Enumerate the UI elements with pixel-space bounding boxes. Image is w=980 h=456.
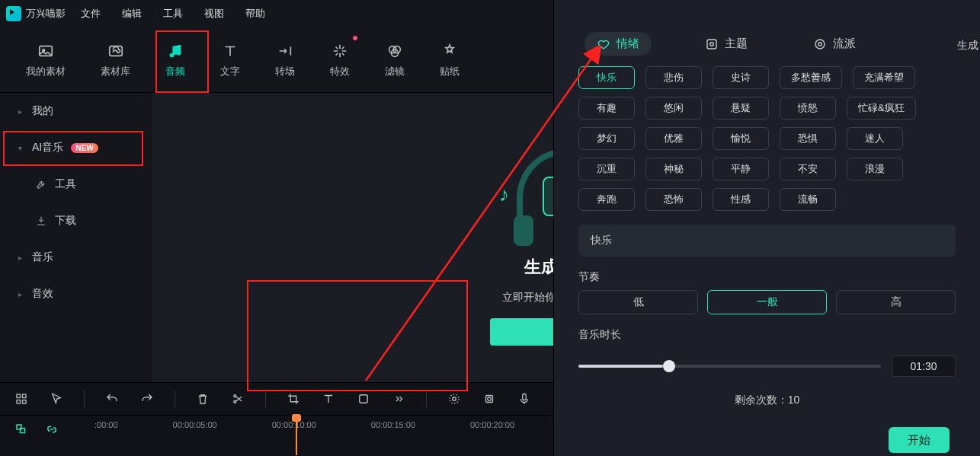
mood-tag[interactable]: 有趣 <box>578 97 635 120</box>
mic-icon[interactable] <box>517 391 532 407</box>
tab-text[interactable]: 文字 <box>217 36 243 85</box>
image-icon <box>37 42 55 60</box>
sidebar-item-tools[interactable]: 工具 <box>0 166 152 202</box>
mood-tag[interactable]: 愉悦 <box>713 127 769 150</box>
panel-tab-label: 流派 <box>833 37 856 51</box>
menu-edit[interactable]: 编辑 <box>122 7 142 21</box>
mood-tag[interactable]: 快乐 <box>578 66 635 89</box>
panel-tab-label: 情绪 <box>617 37 639 51</box>
duration-slider[interactable] <box>578 365 881 368</box>
sidebar-item-music[interactable]: ▸音乐 <box>0 239 152 276</box>
separator <box>175 391 175 407</box>
text-tool-icon[interactable] <box>321 391 336 407</box>
panel-start-button[interactable]: 开始 <box>889 427 950 453</box>
sidebar-item-download[interactable]: 下载 <box>0 202 152 239</box>
logo-icon <box>6 6 21 21</box>
mood-tag[interactable]: 浪漫 <box>847 158 903 180</box>
cloud-icon <box>107 42 125 60</box>
menu-file[interactable]: 文件 <box>81 7 101 21</box>
caret-icon: ▸ <box>18 290 24 298</box>
tab-audio[interactable]: 音频 <box>162 36 188 85</box>
timeline-left-controls <box>14 416 59 437</box>
crop-icon[interactable] <box>286 391 301 407</box>
mood-tag[interactable]: 流畅 <box>780 188 836 211</box>
mood-tag[interactable]: 恐怖 <box>645 188 702 211</box>
sidebar-label: AI音乐 <box>32 141 63 155</box>
mood-tag[interactable]: 梦幻 <box>578 127 635 150</box>
svg-point-25 <box>818 42 822 46</box>
selected-tag-chip[interactable]: 快乐 <box>591 234 612 246</box>
tab-label: 我的素材 <box>26 65 66 78</box>
menu-tools[interactable]: 工具 <box>163 7 183 21</box>
panel-tab-genre[interactable]: 流派 <box>801 32 868 56</box>
generate-strip[interactable]: 生成 <box>956 35 980 56</box>
svg-rect-11 <box>23 400 27 404</box>
mood-tag[interactable]: 愤怒 <box>780 97 836 120</box>
mood-tag[interactable]: 悠闲 <box>645 97 702 120</box>
tab-effects[interactable]: 特效 <box>327 36 353 85</box>
tab-transition[interactable]: 转场 <box>272 36 298 85</box>
split-icon[interactable] <box>230 391 245 407</box>
grid-icon[interactable] <box>14 391 29 407</box>
record-icon[interactable] <box>482 391 497 407</box>
wrench-icon <box>35 178 47 190</box>
delete-icon[interactable] <box>195 391 210 407</box>
tempo-low[interactable]: 低 <box>578 290 698 314</box>
sidebar-item-my[interactable]: ▸我的 <box>0 93 152 129</box>
redo-icon[interactable] <box>139 391 155 407</box>
playhead[interactable] <box>296 416 297 455</box>
layers-icon[interactable] <box>14 422 29 437</box>
mood-tag[interactable]: 沉重 <box>578 158 635 180</box>
mood-tag[interactable]: 多愁善感 <box>780 66 842 89</box>
tab-filters[interactable]: 滤镜 <box>382 36 408 85</box>
filters-icon <box>386 42 404 60</box>
mood-tag[interactable]: 充满希望 <box>853 66 915 89</box>
duration-value[interactable]: 01:30 <box>892 356 956 377</box>
menu-help[interactable]: 帮助 <box>245 7 265 21</box>
mood-tag[interactable]: 迷人 <box>847 127 903 150</box>
mood-tag[interactable]: 不安 <box>780 158 836 180</box>
cursor-icon[interactable] <box>49 391 64 407</box>
tempo-mid[interactable]: 一般 <box>707 290 827 314</box>
remaining-count: 剩余次数：10 <box>554 377 980 413</box>
transition-icon <box>276 42 294 60</box>
tab-label: 素材库 <box>101 65 130 78</box>
mood-tags: 快乐悲伤史诗多愁善感充满希望有趣悠闲悬疑愤怒忙碌&疯狂梦幻优雅愉悦恐惧迷人沉重神… <box>554 66 980 211</box>
tempo-label: 节奏 <box>554 257 980 290</box>
undo-icon[interactable] <box>104 391 120 407</box>
tab-my-media[interactable]: 我的素材 <box>23 36 69 85</box>
download-icon <box>35 215 47 227</box>
link-icon[interactable] <box>44 422 59 437</box>
svg-point-18 <box>488 397 492 401</box>
mood-tag[interactable]: 悬疑 <box>713 97 769 120</box>
marker-icon[interactable] <box>447 391 462 407</box>
time-mark: 00:00:20:00 <box>470 420 514 429</box>
svg-rect-8 <box>17 394 21 398</box>
tab-stickers[interactable]: 贴纸 <box>437 36 463 85</box>
svg-point-24 <box>815 40 825 49</box>
shape-icon[interactable] <box>356 391 371 407</box>
mood-tag[interactable]: 史诗 <box>713 66 769 89</box>
mood-tag[interactable]: 神秘 <box>645 158 702 180</box>
panel-tab-mood[interactable]: 情绪 <box>584 32 652 56</box>
panel-tabs: 情绪 主题 流派 <box>554 26 980 66</box>
tempo-high[interactable]: 高 <box>836 290 956 314</box>
sidebar-item-ai-music[interactable]: ▾AI音乐NEW <box>0 129 152 166</box>
menu-view[interactable]: 视图 <box>204 7 224 21</box>
text-icon <box>221 42 239 60</box>
more-icon[interactable] <box>391 391 406 407</box>
slider-knob[interactable] <box>663 360 675 372</box>
panel-tab-theme[interactable]: 主题 <box>693 32 760 56</box>
mood-tag[interactable]: 奔跑 <box>578 188 635 211</box>
tab-stock[interactable]: 素材库 <box>98 36 133 85</box>
svg-rect-10 <box>17 400 21 404</box>
mood-tag[interactable]: 平静 <box>713 158 769 180</box>
sidebar-item-sfx[interactable]: ▸音效 <box>0 276 152 312</box>
selected-tags-box: 快乐 <box>578 225 956 257</box>
mood-tag[interactable]: 忙碌&疯狂 <box>847 97 916 120</box>
tab-label: 滤镜 <box>385 65 405 78</box>
mood-tag[interactable]: 性感 <box>713 188 769 211</box>
mood-tag[interactable]: 恐惧 <box>780 127 836 150</box>
mood-tag[interactable]: 优雅 <box>645 127 702 150</box>
mood-tag[interactable]: 悲伤 <box>645 66 702 89</box>
